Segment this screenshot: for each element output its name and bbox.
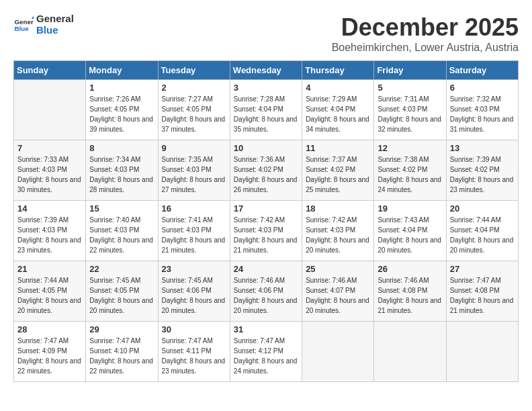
day-info: Sunrise: 7:33 AMSunset: 4:03 PMDaylight:… <box>17 154 82 195</box>
calendar-cell: 13Sunrise: 7:39 AMSunset: 4:02 PMDayligh… <box>446 140 518 201</box>
day-info: Sunrise: 7:37 AMSunset: 4:02 PMDaylight:… <box>306 154 370 195</box>
page-header: General Blue General Blue December 2025 … <box>13 13 519 54</box>
week-row-1: 1Sunrise: 7:26 AMSunset: 4:05 PMDaylight… <box>14 80 519 140</box>
logo-icon: General Blue <box>13 15 34 35</box>
calendar-cell: 26Sunrise: 7:46 AMSunset: 4:08 PMDayligh… <box>374 261 446 322</box>
calendar-cell: 3Sunrise: 7:28 AMSunset: 4:04 PMDaylight… <box>230 80 302 140</box>
day-number: 14 <box>17 203 82 214</box>
weekday-header-sunday: Sunday <box>14 61 86 80</box>
calendar-table: SundayMondayTuesdayWednesdayThursdayFrid… <box>13 60 519 382</box>
logo: General Blue General Blue <box>13 13 74 36</box>
day-number: 18 <box>306 203 370 214</box>
day-info: Sunrise: 7:43 AMSunset: 4:04 PMDaylight:… <box>378 215 442 255</box>
day-number: 17 <box>234 203 298 214</box>
day-number: 3 <box>234 83 298 93</box>
calendar-cell: 2Sunrise: 7:27 AMSunset: 4:05 PMDaylight… <box>158 80 230 140</box>
day-info: Sunrise: 7:45 AMSunset: 4:06 PMDaylight:… <box>162 275 226 316</box>
calendar-cell: 30Sunrise: 7:47 AMSunset: 4:11 PMDayligh… <box>158 322 230 382</box>
day-info: Sunrise: 7:42 AMSunset: 4:03 PMDaylight:… <box>234 215 298 255</box>
day-number: 29 <box>89 324 154 334</box>
calendar-cell: 20Sunrise: 7:44 AMSunset: 4:04 PMDayligh… <box>446 201 518 261</box>
calendar-cell: 9Sunrise: 7:35 AMSunset: 4:03 PMDaylight… <box>158 140 230 201</box>
day-number: 10 <box>234 143 298 153</box>
calendar-cell: 27Sunrise: 7:47 AMSunset: 4:08 PMDayligh… <box>446 261 518 322</box>
calendar-cell: 6Sunrise: 7:32 AMSunset: 4:03 PMDaylight… <box>446 80 518 140</box>
day-info: Sunrise: 7:40 AMSunset: 4:03 PMDaylight:… <box>89 215 154 255</box>
day-number: 5 <box>378 83 442 93</box>
week-row-2: 7Sunrise: 7:33 AMSunset: 4:03 PMDaylight… <box>14 140 519 201</box>
calendar-cell: 12Sunrise: 7:38 AMSunset: 4:02 PMDayligh… <box>374 140 446 201</box>
day-number: 30 <box>162 324 226 334</box>
calendar-cell <box>302 322 374 382</box>
weekday-header-saturday: Saturday <box>446 61 518 80</box>
day-number: 24 <box>234 264 298 274</box>
calendar-cell: 17Sunrise: 7:42 AMSunset: 4:03 PMDayligh… <box>230 201 302 261</box>
calendar-cell: 18Sunrise: 7:42 AMSunset: 4:03 PMDayligh… <box>302 201 374 261</box>
calendar-cell: 16Sunrise: 7:41 AMSunset: 4:03 PMDayligh… <box>158 201 230 261</box>
calendar-cell: 24Sunrise: 7:46 AMSunset: 4:06 PMDayligh… <box>230 261 302 322</box>
month-title: December 2025 <box>332 13 519 42</box>
day-info: Sunrise: 7:45 AMSunset: 4:05 PMDaylight:… <box>89 275 154 316</box>
day-number: 19 <box>378 203 442 214</box>
calendar-cell: 31Sunrise: 7:47 AMSunset: 4:12 PMDayligh… <box>230 322 302 382</box>
week-row-3: 14Sunrise: 7:39 AMSunset: 4:03 PMDayligh… <box>14 201 519 261</box>
calendar-cell: 22Sunrise: 7:45 AMSunset: 4:05 PMDayligh… <box>86 261 158 322</box>
location-title: Boeheimkirchen, Lower Austria, Austria <box>332 42 519 54</box>
day-number: 9 <box>162 143 226 153</box>
day-info: Sunrise: 7:35 AMSunset: 4:03 PMDaylight:… <box>162 154 226 195</box>
day-info: Sunrise: 7:42 AMSunset: 4:03 PMDaylight:… <box>306 215 370 255</box>
day-info: Sunrise: 7:28 AMSunset: 4:04 PMDaylight:… <box>234 94 298 134</box>
day-number: 22 <box>89 264 154 274</box>
svg-marker-2 <box>32 15 34 19</box>
day-info: Sunrise: 7:47 AMSunset: 4:09 PMDaylight:… <box>17 336 82 376</box>
day-number: 28 <box>17 324 82 334</box>
day-number: 2 <box>162 83 226 93</box>
weekday-header-monday: Monday <box>86 61 158 80</box>
calendar-cell: 1Sunrise: 7:26 AMSunset: 4:05 PMDaylight… <box>86 80 158 140</box>
weekday-header-tuesday: Tuesday <box>158 61 230 80</box>
calendar-cell: 5Sunrise: 7:31 AMSunset: 4:03 PMDaylight… <box>374 80 446 140</box>
day-number: 16 <box>162 203 226 214</box>
day-number: 25 <box>306 264 370 274</box>
day-number: 26 <box>378 264 442 274</box>
day-number: 11 <box>306 143 370 153</box>
calendar-cell: 29Sunrise: 7:47 AMSunset: 4:10 PMDayligh… <box>86 322 158 382</box>
day-info: Sunrise: 7:47 AMSunset: 4:10 PMDaylight:… <box>89 336 154 376</box>
weekday-header-friday: Friday <box>374 61 446 80</box>
day-info: Sunrise: 7:46 AMSunset: 4:07 PMDaylight:… <box>306 275 370 316</box>
day-info: Sunrise: 7:47 AMSunset: 4:12 PMDaylight:… <box>234 336 298 376</box>
day-info: Sunrise: 7:41 AMSunset: 4:03 PMDaylight:… <box>162 215 226 255</box>
day-number: 1 <box>89 83 154 93</box>
day-info: Sunrise: 7:44 AMSunset: 4:04 PMDaylight:… <box>450 215 515 255</box>
day-info: Sunrise: 7:47 AMSunset: 4:11 PMDaylight:… <box>162 336 226 376</box>
day-info: Sunrise: 7:32 AMSunset: 4:03 PMDaylight:… <box>450 94 515 134</box>
calendar-cell: 7Sunrise: 7:33 AMSunset: 4:03 PMDaylight… <box>14 140 86 201</box>
svg-text:Blue: Blue <box>15 25 30 32</box>
week-row-5: 28Sunrise: 7:47 AMSunset: 4:09 PMDayligh… <box>14 322 519 382</box>
day-number: 6 <box>450 83 515 93</box>
weekday-header-thursday: Thursday <box>302 61 374 80</box>
calendar-cell: 15Sunrise: 7:40 AMSunset: 4:03 PMDayligh… <box>86 201 158 261</box>
day-info: Sunrise: 7:36 AMSunset: 4:02 PMDaylight:… <box>234 154 298 195</box>
day-number: 4 <box>306 83 370 93</box>
calendar-cell: 14Sunrise: 7:39 AMSunset: 4:03 PMDayligh… <box>14 201 86 261</box>
day-info: Sunrise: 7:34 AMSunset: 4:03 PMDaylight:… <box>89 154 154 195</box>
day-info: Sunrise: 7:39 AMSunset: 4:03 PMDaylight:… <box>17 215 82 255</box>
day-number: 31 <box>234 324 298 334</box>
day-info: Sunrise: 7:26 AMSunset: 4:05 PMDaylight:… <box>89 94 154 134</box>
day-info: Sunrise: 7:38 AMSunset: 4:02 PMDaylight:… <box>378 154 442 195</box>
calendar-cell: 23Sunrise: 7:45 AMSunset: 4:06 PMDayligh… <box>158 261 230 322</box>
svg-text:General: General <box>15 17 34 25</box>
day-info: Sunrise: 7:39 AMSunset: 4:02 PMDaylight:… <box>450 154 515 195</box>
calendar-cell <box>14 80 86 140</box>
day-number: 20 <box>450 203 515 214</box>
day-number: 23 <box>162 264 226 274</box>
day-info: Sunrise: 7:31 AMSunset: 4:03 PMDaylight:… <box>378 94 442 134</box>
day-info: Sunrise: 7:47 AMSunset: 4:08 PMDaylight:… <box>450 275 515 316</box>
day-number: 12 <box>378 143 442 153</box>
calendar-cell: 28Sunrise: 7:47 AMSunset: 4:09 PMDayligh… <box>14 322 86 382</box>
day-number: 13 <box>450 143 515 153</box>
calendar-cell: 25Sunrise: 7:46 AMSunset: 4:07 PMDayligh… <box>302 261 374 322</box>
calendar-cell: 11Sunrise: 7:37 AMSunset: 4:02 PMDayligh… <box>302 140 374 201</box>
day-info: Sunrise: 7:46 AMSunset: 4:08 PMDaylight:… <box>378 275 442 316</box>
